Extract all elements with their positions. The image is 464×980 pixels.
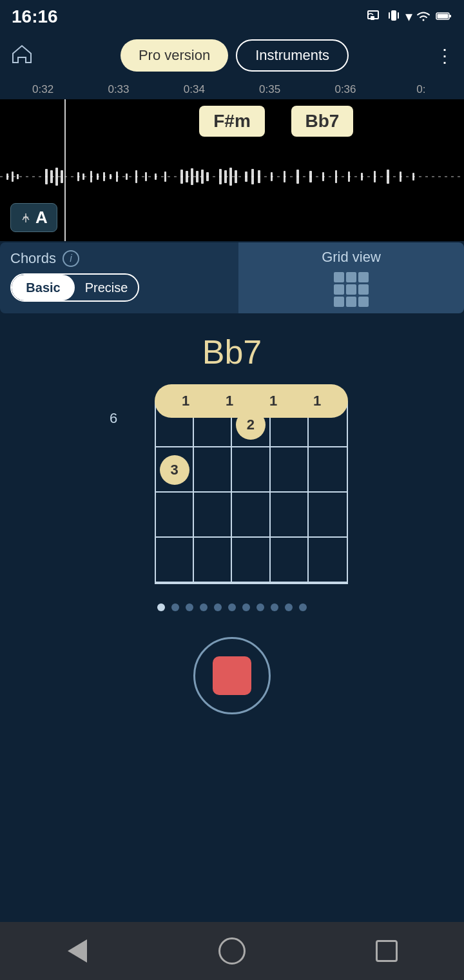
chord-tag-bb7[interactable]: Bb7 [291,106,354,137]
back-icon [68,939,87,963]
wifi-icon: ▾ [405,8,430,25]
barre-bar: 1 1 1 1 [155,384,348,418]
top-nav: Pro version Instruments ⋮ [0,34,464,80]
chord-tag-fshm[interactable]: F#m [199,106,265,137]
toggle-precise[interactable]: Precise [75,275,138,300]
fret-col-2-2 [194,447,232,491]
fret-col-3-1 [156,493,194,536]
svg-rect-25 [145,172,147,181]
instruments-button[interactable]: Instruments [236,39,349,72]
svg-rect-45 [322,172,324,181]
svg-rect-15 [61,170,63,183]
pagination-dot-1[interactable] [171,603,179,611]
pro-version-button[interactable]: Pro version [121,39,228,72]
guitar-diagram-wrapper: 6 1 1 1 1 2 [0,378,464,591]
info-icon[interactable]: i [63,250,79,267]
svg-rect-24 [135,170,137,183]
pagination-dot-7[interactable] [256,603,264,611]
fret-col-4-1 [156,538,194,582]
key-badge: A [10,203,57,232]
fret-row-3 [156,493,347,538]
svg-rect-30 [191,168,193,185]
svg-rect-6 [449,15,451,17]
svg-rect-3 [389,12,390,19]
svg-rect-26 [155,173,157,180]
pagination-dot-9[interactable] [285,603,293,611]
svg-rect-1 [371,16,374,20]
playhead [64,99,66,241]
svg-rect-44 [309,171,312,182]
record-stop-button[interactable] [193,637,271,714]
pagination-dot-3[interactable] [200,603,208,611]
chords-tab[interactable]: Chords i Basic Precise [0,242,238,313]
svg-rect-19 [97,173,99,180]
svg-rect-29 [186,171,188,182]
svg-rect-7 [438,14,449,18]
svg-rect-13 [50,170,53,183]
timeline: 0:32 0:33 0:34 0:35 0:36 0: [0,80,464,99]
barre-num-0: 1 [182,393,189,409]
svg-rect-47 [348,172,350,182]
svg-rect-11 [17,174,19,179]
recents-button[interactable] [367,932,406,970]
svg-rect-48 [361,173,363,181]
chord-name: Bb7 [0,313,464,378]
svg-rect-43 [296,170,299,184]
fret-row-4 [156,538,347,583]
home-button[interactable] [10,43,34,68]
fret-grid: 2 3 [155,401,348,584]
pagination-dot-10[interactable] [299,603,307,611]
waveform-svg [0,151,464,202]
pagination-dot-4[interactable] [214,603,222,611]
svg-rect-41 [271,172,273,181]
info-letter: i [70,253,72,264]
pagination-dot-2[interactable] [186,603,193,611]
svg-rect-28 [180,170,183,184]
fret-col-3-4 [271,493,309,536]
record-section [0,624,464,734]
fret-col-2-3 [232,447,270,491]
pagination-dot-8[interactable] [271,603,278,611]
pagination-dot-5[interactable] [228,603,236,611]
pagination-dots [0,591,464,624]
home-nav-icon [218,937,246,965]
pagination-dot-0[interactable] [157,603,165,611]
timeline-label-0: 0:32 [5,83,81,96]
waveform-area[interactable]: F#m Bb7 [0,99,464,241]
svg-rect-32 [201,170,204,184]
grid-view-tab[interactable]: Grid view [238,242,464,313]
record-stop-icon [213,656,251,695]
pagination-dot-6[interactable] [242,603,250,611]
fret-col-4-5 [309,538,347,582]
status-bar: 16:16 ▾ [0,0,464,34]
recents-icon [376,940,398,962]
fret-col-4-3 [232,538,270,582]
toggle-basic[interactable]: Basic [12,275,75,300]
fret-number-label: 6 [110,410,117,427]
home-nav-button[interactable] [213,932,251,970]
fret-row-2: 3 [156,447,347,493]
finger-3-dot: 3 [160,455,189,485]
svg-rect-9 [6,173,8,180]
basic-precise-toggle[interactable]: Basic Precise [10,273,139,302]
more-menu-button[interactable]: ⋮ [436,45,454,66]
svg-rect-51 [400,172,401,182]
svg-rect-18 [90,171,92,182]
timeline-label-5: 0: [383,83,459,96]
cast-icon [367,10,382,24]
vibrate-icon [387,8,400,26]
svg-rect-40 [258,170,260,183]
tab-bar: Chords i Basic Precise Grid view [0,242,464,313]
svg-rect-21 [110,174,111,179]
fret-col-3-3 [232,493,270,536]
back-button[interactable] [58,932,97,970]
grid-view-icon [334,272,369,307]
status-time: 16:16 [12,6,58,27]
bottom-nav-bar [0,922,464,980]
chord-markers: F#m Bb7 [0,106,464,137]
status-icons: ▾ [367,8,452,26]
svg-rect-39 [251,169,254,184]
grid-tab-label: Grid view [322,249,381,266]
svg-rect-31 [196,171,198,182]
svg-rect-2 [391,10,396,21]
